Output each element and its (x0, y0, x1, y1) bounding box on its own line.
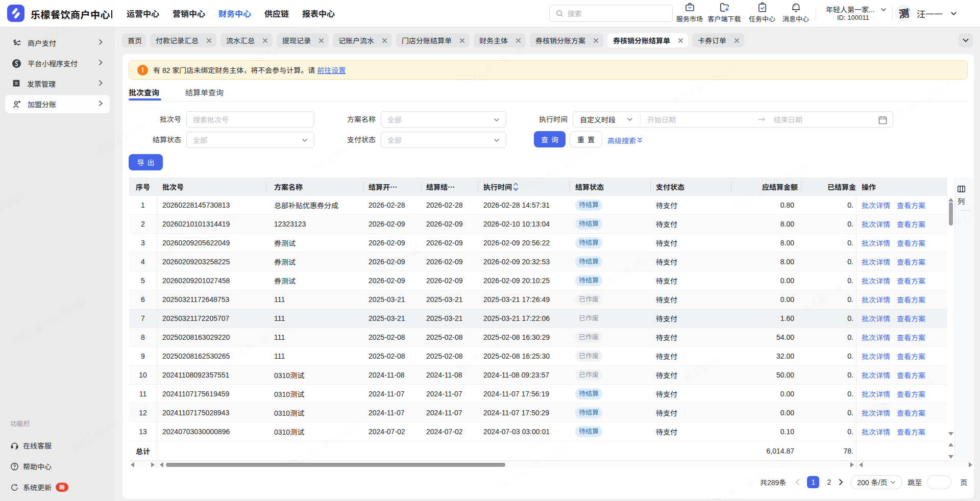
svg-text:测: 测 (898, 6, 910, 21)
